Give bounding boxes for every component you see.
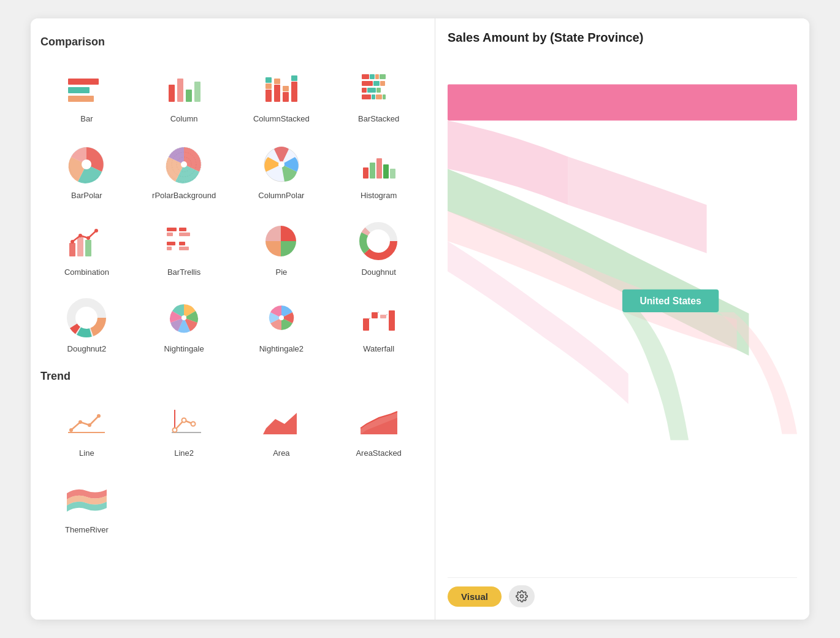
svg-rect-87 (448, 85, 797, 121)
svg-rect-2 (68, 96, 94, 102)
svg-rect-41 (376, 158, 382, 179)
svg-rect-6 (194, 82, 200, 102)
svg-point-38 (278, 161, 284, 167)
svg-rect-14 (291, 82, 297, 102)
svg-rect-21 (373, 81, 380, 86)
visual-button[interactable]: Visual (448, 586, 502, 607)
chart-item-column[interactable]: Column (138, 58, 231, 130)
svg-rect-43 (390, 169, 395, 179)
svg-rect-7 (265, 90, 272, 102)
svg-rect-72 (380, 315, 386, 318)
chart-item-columnstacked[interactable]: ColumnStacked (235, 58, 328, 130)
right-panel: Sales Amount by (State Province) United … (435, 18, 809, 620)
chart-item-combination[interactable]: Combination (40, 212, 133, 283)
column-label: Column (170, 114, 198, 123)
line2-label: Line2 (174, 448, 194, 458)
svg-rect-55 (167, 242, 175, 245)
comparison-grid: Bar Column (40, 58, 425, 360)
bottom-bar: Visual (448, 577, 797, 607)
svg-rect-39 (363, 167, 368, 179)
chart-item-pie[interactable]: Pie (235, 212, 328, 283)
svg-rect-51 (167, 228, 177, 231)
svg-rect-23 (362, 88, 367, 93)
doughnut2-icon (65, 296, 108, 339)
chart-item-nightingale[interactable]: Nightingale (138, 288, 231, 360)
trend-grid: Line Line2 (40, 393, 425, 541)
main-container: Comparison Bar (31, 18, 809, 620)
svg-rect-53 (179, 228, 186, 231)
svg-rect-40 (370, 163, 375, 179)
chart-item-waterfall[interactable]: Waterfall (332, 288, 425, 360)
svg-point-85 (182, 418, 186, 423)
bar-label: Bar (80, 114, 93, 123)
nightingale2-label: Nightingale2 (259, 344, 304, 353)
rpolarbg-icon (162, 143, 205, 186)
chart-item-doughnut2[interactable]: Doughnut2 (40, 288, 133, 360)
areastacked-icon (357, 401, 400, 444)
svg-point-68 (181, 315, 186, 320)
rpolarbg-label: rPolarBackground (152, 191, 216, 200)
gear-icon (516, 590, 528, 602)
chart-item-areastacked[interactable]: AreaStacked (332, 393, 425, 464)
chart-item-line2[interactable]: Line2 (138, 393, 231, 464)
barpolar-label: BarPolar (71, 191, 102, 200)
comparison-section-title: Comparison (40, 36, 425, 48)
chart-item-line[interactable]: Line (40, 393, 133, 464)
svg-text:United States: United States (640, 296, 701, 306)
bartrellis-icon (162, 220, 205, 263)
columnpolar-label: ColumnPolar (258, 191, 304, 200)
area-label: Area (273, 448, 289, 458)
themeriver-icon (65, 477, 108, 520)
svg-point-79 (78, 420, 82, 424)
areastacked-label: AreaStacked (356, 448, 401, 458)
chart-item-columnpolar[interactable]: ColumnPolar (235, 135, 328, 207)
histogram-icon (357, 143, 400, 186)
svg-point-81 (97, 414, 101, 418)
svg-rect-56 (167, 247, 172, 250)
line2-icon (162, 401, 205, 444)
svg-point-86 (191, 422, 196, 426)
chart-item-rpolarbg[interactable]: rPolarBackground (138, 135, 231, 207)
svg-rect-28 (376, 94, 382, 99)
chart-item-barpolar[interactable]: BarPolar (40, 135, 133, 207)
svg-rect-44 (69, 243, 75, 256)
chart-item-themeriver[interactable]: ThemeRiver (40, 469, 133, 541)
svg-point-49 (86, 236, 90, 240)
waterfall-icon (357, 296, 400, 339)
left-panel: Comparison Bar (31, 18, 435, 620)
waterfall-label: Waterfall (363, 344, 394, 353)
chart-item-bartrellis[interactable]: BarTrellis (138, 212, 231, 283)
svg-point-80 (88, 423, 91, 427)
chart-item-bar[interactable]: Bar (40, 58, 133, 130)
svg-rect-54 (179, 233, 190, 236)
chart-item-doughnut[interactable]: Doughnut (332, 212, 425, 283)
svg-point-50 (94, 229, 98, 233)
svg-rect-20 (362, 81, 373, 86)
svg-rect-42 (383, 164, 389, 179)
pie-label: Pie (275, 267, 287, 277)
svg-rect-0 (68, 79, 99, 85)
svg-point-69 (279, 315, 284, 320)
chart-item-nightingale2[interactable]: Nightingale2 (235, 288, 328, 360)
svg-point-78 (69, 428, 73, 432)
chart-item-area[interactable]: Area (235, 393, 328, 464)
svg-point-36 (181, 161, 187, 167)
histogram-label: Histogram (361, 191, 397, 200)
chart-item-histogram[interactable]: Histogram (332, 135, 425, 207)
chart-item-barstacked[interactable]: BarStacked (332, 58, 425, 130)
settings-button[interactable] (509, 585, 535, 607)
svg-rect-24 (367, 88, 376, 93)
combination-icon (65, 220, 108, 263)
svg-rect-5 (186, 90, 192, 102)
svg-rect-15 (291, 75, 297, 81)
svg-rect-1 (68, 87, 90, 93)
svg-rect-26 (362, 94, 371, 99)
svg-rect-12 (283, 92, 289, 102)
svg-rect-46 (85, 240, 91, 256)
svg-rect-22 (380, 81, 385, 86)
svg-rect-57 (179, 242, 185, 245)
area-icon (260, 401, 303, 444)
svg-rect-70 (363, 318, 369, 331)
chart-title: Sales Amount by (State Province) (448, 31, 797, 45)
doughnut2-label: Doughnut2 (67, 344, 107, 353)
